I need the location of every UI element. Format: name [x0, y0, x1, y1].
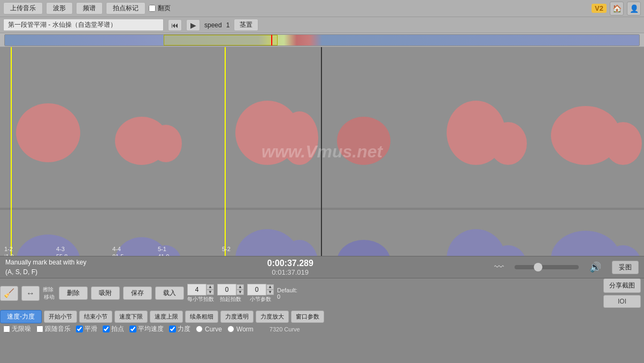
home-icon-button[interactable]: 🏠 [610, 2, 624, 16]
move-label: 移动 [44, 293, 55, 301]
beats-per-bar-input[interactable] [187, 284, 206, 296]
tap-checkbox[interactable] [103, 326, 110, 332]
speed-high-button[interactable]: 速度上限 [150, 311, 183, 323]
waveform-button[interactable]: 波形 [46, 2, 73, 14]
flip-label: 翻页 [158, 4, 171, 13]
prev-button[interactable]: ⏮ [168, 19, 182, 31]
beat-offset-down[interactable]: ▼ [236, 290, 244, 295]
flip-checkbox-wrap: 翻页 [149, 4, 171, 13]
speed-value: 1 [226, 21, 230, 29]
svg-point-11 [16, 235, 80, 256]
move-icon-button[interactable]: ↔ [21, 286, 40, 301]
bar-param-spinner: ▲ ▼ 小节参数 [247, 284, 274, 303]
speed-mode-button[interactable]: 速度-力度 [0, 310, 42, 323]
play-button[interactable]: ▶ [186, 19, 200, 31]
top-toolbar: 上传音乐 波形 频谱 拍点标记 翻页 V2 🏠 👤 [0, 0, 644, 17]
avg-speed-checkbox-wrap: 平均速度 [129, 324, 164, 334]
view-button[interactable]: 妥图 [612, 261, 639, 274]
overview-waveform-bg [5, 35, 639, 46]
frequency-button[interactable]: 频谱 [76, 2, 103, 14]
start-bar-button[interactable]: 开始小节 [44, 311, 77, 323]
waveform-area[interactable]: www.Vmus.net 1-2 i1.9 l0.9 4-3 55.8 32.1… [0, 47, 644, 256]
svg-point-9 [604, 122, 642, 165]
beat-offset-label: 拍起拍数 [220, 296, 241, 303]
beatmark-button[interactable]: 拍点标记 [106, 2, 145, 14]
sync-music-checkbox-wrap: 跟随音乐 [36, 324, 71, 334]
erase-label: 擦除 [43, 286, 53, 293]
overview-strip [0, 33, 644, 47]
yellow-line-2 [225, 47, 226, 256]
bar-param-arrows: ▲ ▼ [266, 284, 274, 295]
controls-row2: 速度-力度 开始小节 结束小节 速度下限 速度上限 续条粗细 力度透明 力度放大… [0, 310, 644, 323]
erase-icon-button[interactable]: 🧹 [0, 286, 18, 301]
beat-offset-up[interactable]: ▲ [236, 284, 244, 290]
v2-badge: V2 [592, 4, 607, 13]
speed-label: speed [204, 21, 222, 29]
beats-per-bar-up[interactable]: ▲ [206, 284, 214, 290]
svg-point-2 [150, 125, 182, 162]
yellow-line-1 [11, 47, 12, 256]
time-display2: 0:01:37.019 [267, 268, 313, 276]
strength-zoom-button[interactable]: 力度放大 [256, 311, 289, 323]
tap-checkbox-wrap: 拍点 [103, 324, 124, 334]
volume-slider-thumb[interactable] [534, 263, 542, 271]
time-display1: 0:00:37.289 [267, 259, 313, 268]
no-silence-checkbox-wrap: 无限噪 [3, 324, 31, 334]
worm-radio[interactable] [227, 326, 234, 332]
controls-row1: 🧹 ↔ 擦除 移动 删除 吸附 保存 载入 ▲ ▼ 每小节拍数 [0, 278, 644, 308]
track-name-display: 第一段管平湖 - 水仙操（自选堂琴谱） [3, 19, 164, 31]
curve-radio-wrap: Curve [196, 326, 222, 333]
sync-music-label: 跟随音乐 [45, 324, 71, 334]
bar-param-up[interactable]: ▲ [266, 284, 274, 290]
share-screenshot-button[interactable]: 分享截图 [603, 278, 641, 293]
curve-label: Curve [205, 326, 222, 333]
end-bar-button[interactable]: 结束小节 [79, 311, 112, 323]
default-label: Default: [277, 287, 297, 293]
speed-low-button[interactable]: 速度下限 [114, 311, 148, 323]
flip-checkbox[interactable] [149, 5, 156, 12]
no-silence-label: 无限噪 [12, 324, 31, 334]
delete-button[interactable]: 删除 [59, 286, 88, 300]
avg-speed-checkbox[interactable] [129, 326, 136, 332]
strength-trans-button[interactable]: 力度透明 [220, 311, 254, 323]
speaker-icon[interactable]: 🔊 [589, 261, 601, 273]
set-button[interactable]: 茎置 [234, 19, 258, 31]
attach-button[interactable]: 吸附 [91, 286, 120, 300]
smooth-checkbox-wrap: 平滑 [76, 324, 97, 334]
bar-param-down[interactable]: ▼ [266, 290, 274, 295]
curve-radio[interactable] [196, 326, 203, 332]
strength-checkbox[interactable] [169, 326, 176, 332]
join-button[interactable]: IOI [603, 295, 641, 308]
save-button[interactable]: 保存 [123, 286, 152, 300]
window-param-button[interactable]: 窗口参数 [291, 311, 324, 323]
bottom-row: 无限噪 跟随音乐 平滑 拍点 平均速度 力度 Curve Worm [0, 323, 644, 335]
waveform-svg [0, 47, 644, 256]
status-hint: Manually mark beat with key (A, S, D, F) [5, 258, 86, 277]
bar-param-label: 小节参数 [250, 296, 271, 303]
default-group: Default: 0 [277, 287, 297, 300]
overview-waveform[interactable] [4, 34, 640, 46]
smooth-checkbox[interactable] [76, 326, 83, 332]
user-icon-button[interactable]: 👤 [627, 2, 641, 16]
volume-slider[interactable] [515, 265, 579, 269]
upload-button[interactable]: 上传音乐 [3, 2, 43, 14]
waveform-mini-icon: 〰 [494, 262, 504, 273]
load-button[interactable]: 载入 [155, 286, 184, 300]
svg-point-0 [16, 103, 80, 162]
beats-per-bar-arrows: ▲ ▼ [206, 284, 214, 295]
no-silence-checkbox[interactable] [3, 326, 10, 332]
beat-offset-spinner: ▲ ▼ 拍起拍数 [217, 284, 244, 303]
worm-radio-wrap: Worm [227, 326, 254, 333]
hint-line2: (A, S, D, F) [5, 267, 86, 277]
smooth-label: 平滑 [85, 324, 97, 334]
beat-offset-input[interactable] [217, 284, 236, 296]
sync-music-checkbox[interactable] [36, 326, 43, 332]
curve-value-display: 7320 Curve [270, 326, 300, 332]
beats-per-bar-label: 每小节拍数 [187, 296, 214, 303]
line-width-button[interactable]: 续条粗细 [185, 311, 218, 323]
svg-point-5 [337, 117, 390, 165]
hint-line1: Manually mark beat with key [5, 258, 86, 267]
strength-label: 力度 [178, 324, 190, 334]
bar-param-input[interactable] [247, 284, 266, 296]
beats-per-bar-down[interactable]: ▼ [206, 290, 214, 295]
